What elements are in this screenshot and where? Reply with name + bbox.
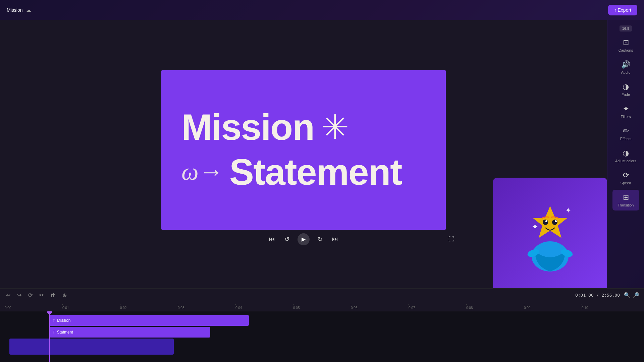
speed-label: Speed [621,181,631,185]
track-bottom[interactable] [9,339,174,355]
svg-text:✦: ✦ [532,222,538,231]
ruler-mark-1: 0:01 [62,306,120,310]
zoom-controls: 🔍 🔎 [624,292,639,298]
ruler-mark-5: 0:05 [293,306,351,310]
time-display: 0:01.00 / 2:56.00 [575,293,620,298]
add-button[interactable]: ⊕ [61,291,68,300]
title-asterisk: ✳ [321,109,348,145]
preview-subtitle-row: ω→ Statement [181,150,402,193]
fullscreen-button[interactable]: ⛶ [447,234,456,244]
preview-subtitle: Statement [229,150,402,193]
top-bar-left: Mission ☁ [7,7,31,13]
ruler-marks: 0:00 0:01 0:02 0:03 0:04 0:05 0:06 0:07 … [0,306,644,310]
track-statment-icon: T [53,330,55,334]
sidebar-item-speed[interactable]: ⟳ Speed [612,168,639,188]
timeline-toolbar: ↩ ↪ ⟳ ✂ 🗑 ⊕ 0:01.00 / 2:56.00 🔍 🔎 [0,289,644,302]
undo-button[interactable]: ↩ [5,291,12,300]
delete-button[interactable]: 🗑 [49,291,57,300]
skip-end-button[interactable]: ⏭ [331,234,339,244]
ruler-mark-4: 0:04 [235,306,293,310]
transition-icon: ⊞ [623,193,629,202]
track-statment-name: Statment [57,330,73,335]
zoom-out-button[interactable]: 🔍 [624,292,631,298]
svg-point-3 [552,220,557,225]
sidebar-item-adjust-colors[interactable]: ◑ Adjust colors [612,145,639,166]
right-sidebar: 16:9 ⊡ Captions 🔊 Audio ◑ Fade ✦ Filters… [607,20,644,288]
ruler-mark-8: 0:08 [466,306,524,310]
ruler-mark-9: 0:09 [524,306,582,310]
ruler-mark-7: 0:07 [409,306,466,310]
effects-icon: ✏ [623,127,629,135]
playhead-head [47,311,53,315]
svg-point-4 [545,220,547,222]
play-button[interactable]: ▶ [298,233,310,245]
track-mission-icon: T [53,318,55,322]
timeline-tracks: T Mission T Statment [0,311,644,362]
sidebar-item-audio[interactable]: 🔊 Audio [612,57,639,78]
title-main: Mission [181,107,314,147]
ruler-mark-0: 0:00 [5,306,62,310]
redo-button-2[interactable]: ⟳ [27,291,34,300]
ruler-mark-10: 0:10 [582,306,639,310]
mascot-panel: ✦ ✦ [493,178,607,288]
track-mission-label: T Mission [53,318,70,323]
ruler-mark-3: 0:03 [178,306,235,310]
audio-label: Audio [621,70,630,74]
bottom-timeline: ↩ ↪ ⟳ ✂ 🗑 ⊕ 0:01.00 / 2:56.00 🔍 🔎 0:00 0… [0,288,644,362]
redo-button-1[interactable]: ↪ [16,291,23,300]
forward-button[interactable]: ↻ [316,234,324,244]
svg-point-5 [555,220,557,222]
rewind-button[interactable]: ↺ [283,234,291,244]
ruler-mark-2: 0:02 [120,306,178,310]
track-statment-label: T Statment [53,330,73,335]
adjust-colors-icon: ◑ [623,149,629,158]
filters-label: Filters [621,115,631,119]
sidebar-item-fade[interactable]: ◑ Fade [612,79,639,100]
cut-button[interactable]: ✂ [38,291,45,300]
captions-icon: ⊡ [623,38,629,47]
export-button[interactable]: ↑ Export [608,5,637,15]
transition-label: Transition [618,203,634,207]
cursive-decoration: ω→ [181,158,223,186]
canvas-wrapper: Mission ✳ ω→ Statement ⏮ ↺ ▶ ↻ ⏭ ⛶ [161,70,446,245]
speed-icon: ⟳ [623,171,629,180]
ruler-mark-6: 0:06 [351,306,409,310]
sidebar-item-transition[interactable]: ⊞ Transition [612,190,639,210]
track-statment[interactable]: T Statment [49,327,210,338]
zoom-in-button[interactable]: 🔎 [633,292,639,298]
sidebar-item-filters[interactable]: ✦ Filters [612,101,639,122]
sidebar-item-effects[interactable]: ✏ Effects [612,123,639,144]
track-mission-name: Mission [57,318,71,323]
ratio-badge: 16:9 [620,25,632,32]
fade-icon: ◑ [623,82,629,91]
playhead[interactable] [49,311,50,362]
mascot-character: ✦ ✦ [513,186,587,280]
fade-label: Fade [622,93,630,97]
filters-icon: ✦ [623,105,629,113]
svg-text:✦: ✦ [565,206,571,215]
sidebar-item-captions[interactable]: ⊡ Captions [612,35,639,56]
adjust-colors-label: Adjust colors [615,159,636,163]
audio-icon: 🔊 [621,60,630,69]
cloud-icon: ☁ [26,7,31,13]
top-bar: Mission ☁ ↑ Export [0,0,644,20]
preview-container: Mission ✳ ω→ Statement [161,70,446,230]
skip-start-button[interactable]: ⏮ [268,234,276,244]
project-name: Mission [7,7,22,13]
svg-point-2 [543,220,548,225]
effects-label: Effects [620,137,631,141]
timeline-ruler: 0:00 0:01 0:02 0:03 0:04 0:05 0:06 0:07 … [0,302,644,311]
track-mission[interactable]: T Mission [49,315,249,326]
preview-title: Mission ✳ [181,107,348,147]
captions-label: Captions [619,48,633,52]
